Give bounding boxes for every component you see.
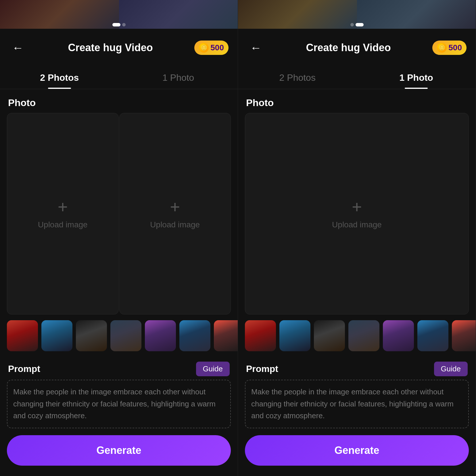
prompt-header-left: Prompt Guide xyxy=(0,357,238,380)
samples-row-right xyxy=(238,314,476,357)
sample-thumb-r5[interactable] xyxy=(383,320,414,351)
upload-zone-left-1[interactable]: + Upload image xyxy=(7,113,119,314)
upload-label-2: Upload image xyxy=(150,220,200,229)
prompt-header-right: Prompt Guide xyxy=(238,357,476,380)
back-button-right[interactable]: ← xyxy=(247,39,264,56)
header-left: ← Create hug Video 🪙 500 xyxy=(0,29,238,64)
section-title-left: Photo xyxy=(0,89,238,113)
tabs-left: 2 Photos 1 Photo xyxy=(0,64,238,89)
preview-dots xyxy=(112,23,126,26)
back-arrow-left: ← xyxy=(12,42,24,53)
back-arrow-right: ← xyxy=(250,42,262,53)
dot-1 xyxy=(112,23,120,26)
prompt-label-left: Prompt xyxy=(8,364,40,374)
preview-img-2 xyxy=(119,0,238,29)
upload-area-right: + Upload image xyxy=(238,113,476,314)
preview-img-r1 xyxy=(238,0,357,29)
tabs-right: 2 Photos 1 Photo xyxy=(238,64,476,89)
generate-button-left[interactable]: Generate xyxy=(7,435,231,466)
panel-right: ← Create hug Video 🪙 500 2 Photos 1 Phot… xyxy=(238,0,476,476)
guide-button-left[interactable]: Guide xyxy=(196,362,230,376)
plus-icon-1: + xyxy=(58,198,68,216)
prompt-box-right[interactable]: Make the people in the image embrace eac… xyxy=(245,380,469,428)
preview-dots-right xyxy=(350,23,364,26)
sample-thumb-5[interactable] xyxy=(145,320,176,351)
header-right: ← Create hug Video 🪙 500 xyxy=(238,29,476,64)
preview-img-r2 xyxy=(357,0,476,29)
upload-label-r1: Upload image xyxy=(332,220,382,229)
sample-thumb-r1[interactable] xyxy=(245,320,276,351)
page-title-right: Create hug Video xyxy=(264,42,432,54)
tab-2photos-right[interactable]: 2 Photos xyxy=(238,64,357,89)
preview-strip-left xyxy=(0,0,238,29)
sample-thumb-r4[interactable] xyxy=(348,320,379,351)
prompt-box-left[interactable]: Make the people in the image embrace eac… xyxy=(7,380,231,428)
preview-strip-right xyxy=(238,0,476,29)
guide-button-right[interactable]: Guide xyxy=(434,362,468,376)
panel-left: ← Create hug Video 🪙 500 2 Photos 1 Phot… xyxy=(0,0,238,476)
sample-thumb-3[interactable] xyxy=(76,320,107,351)
prompt-text-left: Make the people in the image embrace eac… xyxy=(13,387,216,420)
samples-row-left xyxy=(0,314,238,357)
upload-label-1: Upload image xyxy=(38,220,88,229)
section-title-right: Photo xyxy=(238,89,476,113)
tab-2photos-left[interactable]: 2 Photos xyxy=(0,64,119,89)
upload-area-left: + Upload image + Upload image xyxy=(0,113,238,314)
page-title-left: Create hug Video xyxy=(26,42,194,54)
sample-thumb-r3[interactable] xyxy=(314,320,345,351)
sample-thumb-2[interactable] xyxy=(41,320,72,351)
generate-button-right[interactable]: Generate xyxy=(245,435,469,466)
dot-r2 xyxy=(356,23,364,26)
tab-1photo-right[interactable]: 1 Photo xyxy=(357,64,476,89)
prompt-text-right: Make the people in the image embrace eac… xyxy=(251,387,454,420)
upload-zone-right-1[interactable]: + Upload image xyxy=(245,113,469,314)
plus-icon-r1: + xyxy=(352,198,362,216)
sample-thumb-r6[interactable] xyxy=(417,320,448,351)
back-button-left[interactable]: ← xyxy=(9,39,26,56)
sample-thumb-7[interactable] xyxy=(214,320,238,351)
coin-icon-left: 🪙 xyxy=(199,43,209,53)
dot-2 xyxy=(122,23,126,26)
tab-1photo-left[interactable]: 1 Photo xyxy=(119,64,238,89)
preview-img-1 xyxy=(0,0,119,29)
coin-badge-left: 🪙 500 xyxy=(194,41,229,55)
coin-badge-right: 🪙 500 xyxy=(432,41,467,55)
sample-thumb-6[interactable] xyxy=(179,320,210,351)
sample-thumb-1[interactable] xyxy=(7,320,38,351)
sample-thumb-r7[interactable] xyxy=(452,320,476,351)
prompt-label-right: Prompt xyxy=(246,364,278,374)
coin-count-left: 500 xyxy=(210,43,224,52)
sample-thumb-r2[interactable] xyxy=(279,320,310,351)
upload-zone-left-2[interactable]: + Upload image xyxy=(119,113,231,314)
coin-count-right: 500 xyxy=(448,43,462,52)
plus-icon-2: + xyxy=(170,198,180,216)
coin-icon-right: 🪙 xyxy=(437,43,447,53)
sample-thumb-4[interactable] xyxy=(110,320,141,351)
dot-r1 xyxy=(350,23,354,26)
